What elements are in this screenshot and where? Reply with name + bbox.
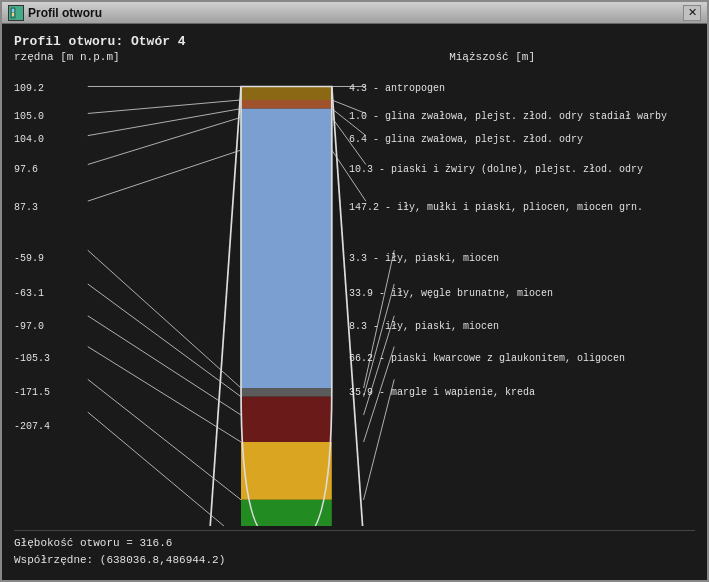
layer-label-1: 1.0 - glina zwałowa, plejst. złod. odry … <box>349 111 667 122</box>
svg-rect-7 <box>241 397 332 442</box>
layer-label-0: 4.3 - antropogen <box>349 83 445 94</box>
layer-label-7: 8.3 - iły, piaski, miocen <box>349 321 499 332</box>
svg-line-21 <box>88 379 241 499</box>
svg-line-22 <box>88 412 241 526</box>
svg-line-14 <box>88 109 241 136</box>
svg-line-15 <box>88 117 241 164</box>
svg-rect-6 <box>241 388 332 397</box>
layer-label-6: 33.9 - iły, węgle brunatne, miocen <box>349 288 553 299</box>
app-icon <box>8 5 24 21</box>
layer-label-5: 3.3 - iły, piaski, miocen <box>349 253 499 264</box>
svg-rect-5 <box>241 109 332 388</box>
svg-line-10 <box>209 86 241 525</box>
svg-line-20 <box>88 347 241 442</box>
svg-line-18 <box>88 284 241 397</box>
layer-label-2: 6.4 - glina zwałowa, plejst. złod. odry <box>349 134 583 145</box>
svg-line-27 <box>332 150 366 201</box>
titlebar-left: Profil otworu <box>8 5 102 21</box>
svg-line-16 <box>88 150 241 201</box>
layer-label-8: 66.2 - piaski kwarcowe z glaukonitem, ol… <box>349 353 625 364</box>
main-window: Profil otworu ✕ Profil otworu: Otwór 4 r… <box>0 0 709 582</box>
svg-rect-4 <box>241 100 332 109</box>
main-diagram-area: 109.2 105.0 104.0 97.6 87.3 -59.9 -63.1 … <box>14 73 695 526</box>
footer-area: Głębokość otworu = 316.6 Współrzędne: (6… <box>14 530 695 572</box>
svg-rect-9 <box>241 500 332 526</box>
svg-line-17 <box>88 250 241 388</box>
svg-rect-3 <box>241 86 332 99</box>
content-area: Profil otworu: Otwór 4 rzędna [m n.p.m] … <box>2 24 707 580</box>
coords-footer: Współrzędne: (638036.8,486944.2) <box>14 552 695 570</box>
depth-footer: Głębokość otworu = 316.6 <box>14 535 695 553</box>
svg-rect-2 <box>12 13 14 16</box>
close-button[interactable]: ✕ <box>683 5 701 21</box>
thickness-label: Miąższość [m] <box>449 51 535 63</box>
svg-line-19 <box>88 316 241 415</box>
svg-rect-8 <box>241 442 332 500</box>
titlebar: Profil otworu ✕ <box>2 2 707 24</box>
svg-rect-1 <box>12 9 14 12</box>
axes-label: rzędna [m n.p.m] <box>14 51 120 63</box>
profile-title: Profil otworu: Otwór 4 <box>14 34 695 49</box>
svg-line-11 <box>332 86 364 525</box>
svg-line-13 <box>88 100 241 113</box>
svg-line-28 <box>364 250 395 388</box>
layer-label-3: 10.3 - piaski i żwiry (dolne), plejst. z… <box>349 164 643 175</box>
layer-label-4: 147.2 - iły, mułki i piaski, pliocen, mi… <box>349 202 643 213</box>
window-title: Profil otworu <box>28 6 102 20</box>
layer-label-9: 35.9 - margle i wapienie, kreda <box>349 387 535 398</box>
svg-line-29 <box>364 284 395 397</box>
